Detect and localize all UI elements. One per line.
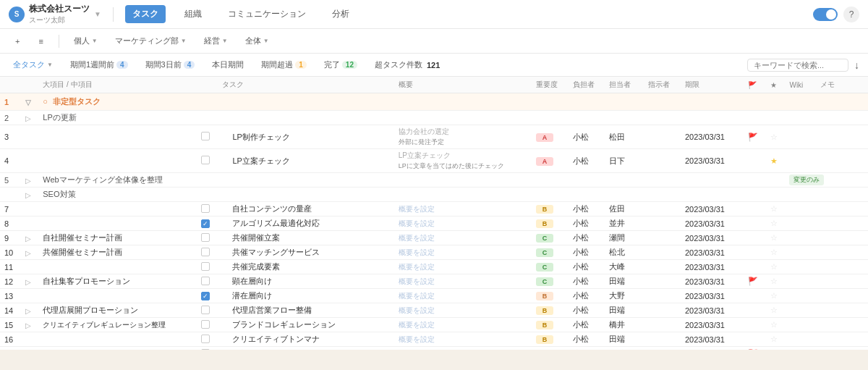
super-count: 121 xyxy=(427,61,440,70)
chevron-icon4: ▼ xyxy=(263,38,269,44)
task-checkbox[interactable] xyxy=(201,277,210,285)
help-button[interactable]: ? xyxy=(843,7,859,22)
company-logo[interactable]: S 株式会社スーツ スーツ太郎 ▼ xyxy=(9,3,101,25)
nav-tab-comm[interactable]: コミュニケーション xyxy=(221,5,313,23)
all-dropdown[interactable]: 全体 ▼ xyxy=(239,33,275,49)
filter-done[interactable]: 完了 12 xyxy=(320,58,362,72)
th-wiki: Wiki xyxy=(785,77,815,93)
filter-right: ↓ xyxy=(747,59,859,72)
table-row: 13 ✓ 潜在層向け 概要を設定 B 小松 大野 2023/03/31 🚩 ☆ xyxy=(0,289,868,303)
nav-tab-task[interactable]: タスク xyxy=(125,5,166,23)
task-checkbox[interactable] xyxy=(201,349,210,350)
set-summary[interactable]: 概要を設定 xyxy=(399,277,435,285)
section1-expand[interactable]: ▽ xyxy=(21,93,38,111)
th-star: ★ xyxy=(766,77,785,93)
priority-badge: A xyxy=(536,133,553,142)
chevron-icon5: ▼ xyxy=(47,62,53,68)
nav-tab-analysis[interactable]: 分析 xyxy=(325,5,357,23)
marketing-dropdown[interactable]: マーケティング部 ▼ xyxy=(109,33,192,49)
filter-all-tasks[interactable]: 全タスク ▼ xyxy=(9,58,57,72)
task-name: LP制作チェック xyxy=(218,125,393,149)
filter-super-task[interactable]: 超タスク件数 121 xyxy=(370,58,444,72)
company-chevron[interactable]: ▼ xyxy=(94,10,101,18)
set-summary[interactable]: 概要を設定 xyxy=(399,263,435,271)
task-name: LP立案チェック xyxy=(218,149,393,173)
special-badge[interactable]: 変更のみ xyxy=(789,175,824,185)
filter-this-period[interactable]: 本日期間 xyxy=(208,58,248,72)
table-row: 4 LP立案チェック LP立案チェック LPに文章を当てはめた後にチェック A … xyxy=(0,149,868,173)
add-button[interactable]: + xyxy=(9,34,26,49)
priority-badge: C xyxy=(536,263,553,272)
filter-overdue[interactable]: 期間超過 1 xyxy=(257,58,311,72)
download-button[interactable]: ↓ xyxy=(854,59,859,71)
search-input[interactable] xyxy=(747,59,848,72)
menu-icon: ≡ xyxy=(38,37,43,46)
task-name: 共催マッチングサービス xyxy=(218,245,393,260)
table-row: 9 ▷ 自社開催セミナー計画 共催開催立案 概要を設定 C 小松 瀬間 2023… xyxy=(0,231,868,245)
menu-button[interactable]: ≡ xyxy=(32,34,49,49)
seo-category-row: ▷ SEO対策 xyxy=(0,188,868,202)
task-checkbox[interactable] xyxy=(201,320,210,329)
set-summary[interactable]: 概要を設定 xyxy=(399,321,435,329)
task-checkbox[interactable] xyxy=(201,262,210,271)
th-category: 大項目 / 中項目 xyxy=(38,77,197,93)
task-checkbox[interactable] xyxy=(201,204,210,213)
task-table-container: 大項目 / 中項目 タスク 概要 重要度 負担者 担当者 指示者 期限 🚩 ★ … xyxy=(0,77,868,350)
th-priority: 重要度 xyxy=(532,77,569,93)
management-dropdown[interactable]: 経営 ▼ xyxy=(198,33,234,49)
priority-badge: B xyxy=(536,306,553,315)
priority-badge: C xyxy=(536,277,553,286)
period1-badge: 4 xyxy=(116,61,128,69)
set-summary[interactable]: 概要を設定 xyxy=(399,306,435,314)
task-checkbox[interactable] xyxy=(201,306,210,314)
set-summary[interactable]: 概要を設定 xyxy=(399,248,435,256)
task-checkbox-checked[interactable]: ✓ xyxy=(201,219,210,228)
set-summary[interactable]: 概要を設定 xyxy=(399,350,435,350)
toolbar-separator xyxy=(59,35,59,48)
filter-period1[interactable]: 期間1週間前 4 xyxy=(66,58,132,72)
section1-num: 1 xyxy=(0,93,21,111)
section1-label: ○ 非定型タスク xyxy=(38,93,868,111)
table-row: 12 ▷ 自社集客プロモーション 顕在層向け 概要を設定 C 小松 田端 202… xyxy=(0,274,868,289)
nav-tab-org[interactable]: 組織 xyxy=(177,5,209,23)
task-checkbox-checked[interactable]: ✓ xyxy=(201,292,210,300)
company-sub: スーツ太郎 xyxy=(29,15,90,25)
set-summary[interactable]: 概要を設定 xyxy=(399,234,435,242)
task-name: 潜在層向け xyxy=(218,289,393,303)
task-checkbox[interactable] xyxy=(201,248,210,256)
filter-period3[interactable]: 期間3日前 4 xyxy=(141,58,200,72)
filter-period3-label: 期間3日前 xyxy=(145,59,182,70)
set-summary[interactable]: 概要を設定 xyxy=(399,205,435,213)
task-name: 共催完成要素 xyxy=(218,260,393,274)
priority-badge: A xyxy=(536,157,553,166)
filter-done-label: 完了 xyxy=(324,59,340,70)
priority-badge: B xyxy=(536,292,553,300)
set-summary[interactable]: 概要を設定 xyxy=(399,292,435,300)
priority-badge: C xyxy=(536,248,553,257)
personal-dropdown[interactable]: 個人 ▼ xyxy=(68,33,103,49)
table-row: 15 ▷ クリエイティブレギュレーション整理 ブランドコレギュレーション 概要を… xyxy=(0,318,868,332)
task-checkbox[interactable] xyxy=(201,156,210,164)
task-name: アルゴリズム最適化対応 xyxy=(218,216,393,231)
task-checkbox[interactable] xyxy=(201,335,210,343)
table-row: 14 ▷ 代理店展開プロモーション 代理店営業フロー整備 概要を設定 B 小松 … xyxy=(0,303,868,318)
task-name: 代理店営業フロー整備 xyxy=(218,303,393,318)
th-check xyxy=(197,77,218,93)
table-header-row: 大項目 / 中項目 タスク 概要 重要度 負担者 担当者 指示者 期限 🚩 ★ … xyxy=(0,77,868,93)
task-checkbox[interactable] xyxy=(201,132,210,140)
task-name: 資料フォーマットレギュレーション xyxy=(218,347,393,350)
toolbar: + ≡ 個人 ▼ マーケティング部 ▼ 経営 ▼ 全体 ▼ xyxy=(0,29,868,54)
task-checkbox[interactable] xyxy=(201,233,210,242)
table-row: 11 共催完成要素 概要を設定 C 小松 大峰 2023/03/31 🚩 ☆ xyxy=(0,260,868,274)
set-summary[interactable]: 概要を設定 xyxy=(399,219,435,227)
done-badge: 12 xyxy=(342,61,357,69)
table-row: 3 LP制作チェック 協力会社の選定 外部に発注予定 A 小松 松田 2023/… xyxy=(0,125,868,149)
task-name: 自社コンテンツの量産 xyxy=(218,202,393,216)
toggle-switch[interactable] xyxy=(813,8,838,21)
priority-badge: B xyxy=(536,321,553,329)
table-row: 8 ✓ アルゴリズム最適化対応 概要を設定 B 小松 並井 2023/03/31… xyxy=(0,216,868,231)
chevron-icon: ▼ xyxy=(92,38,98,44)
table-row: 17 資料フォーマットレギュレーション 概要を設定 B 小松 田端 2023/0… xyxy=(0,347,868,350)
set-summary[interactable]: 概要を設定 xyxy=(399,335,435,343)
filter-all-tasks-label: 全タスク xyxy=(13,59,45,70)
